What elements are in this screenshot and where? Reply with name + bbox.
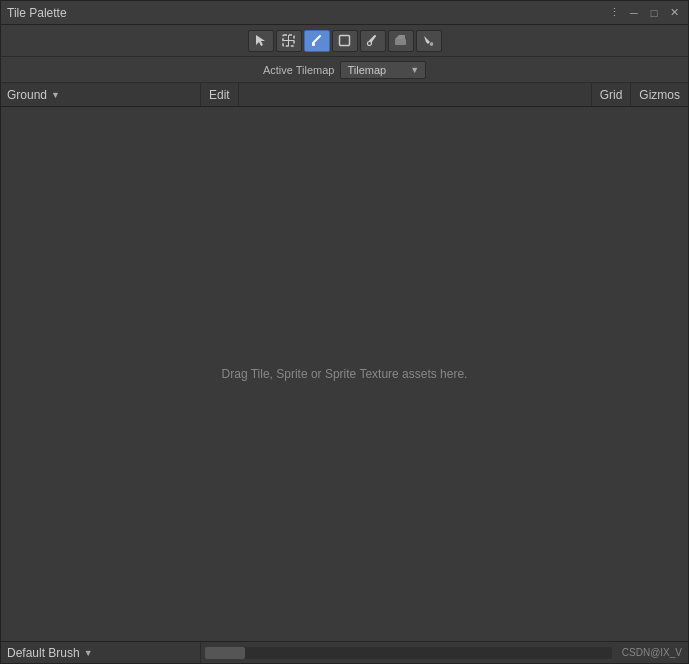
tilemap-value: Tilemap <box>347 64 386 76</box>
tilemap-select[interactable]: Tilemap ▼ <box>340 61 426 79</box>
menu-button[interactable]: ⋮ <box>606 5 622 21</box>
eraser-tool-button[interactable] <box>388 30 414 52</box>
ground-label: Ground <box>7 88 47 102</box>
ground-dropdown[interactable]: Ground ▼ <box>1 83 201 106</box>
drag-hint-text: Drag Tile, Sprite or Sprite Texture asse… <box>222 367 468 381</box>
active-tilemap-label: Active Tilemap <box>263 64 335 76</box>
brush-dropdown-arrow: ▼ <box>84 648 93 658</box>
title-bar: Tile Palette ⋮ ─ □ ✕ <box>1 1 688 25</box>
minimize-button[interactable]: ─ <box>626 5 642 21</box>
pointer-tool-button[interactable] <box>248 30 274 52</box>
canvas-area: Drag Tile, Sprite or Sprite Texture asse… <box>1 107 688 641</box>
close-button[interactable]: ✕ <box>666 5 682 21</box>
tile-palette-window: Tile Palette ⋮ ─ □ ✕ <box>0 0 689 664</box>
svg-rect-10 <box>395 39 406 45</box>
maximize-button[interactable]: □ <box>646 5 662 21</box>
svg-rect-6 <box>340 36 350 46</box>
grid-button[interactable]: Grid <box>591 83 631 106</box>
title-bar-controls: ⋮ ─ □ ✕ <box>606 5 682 21</box>
svg-marker-11 <box>395 35 405 39</box>
tilemap-dropdown-arrow: ▼ <box>410 65 419 75</box>
brush-dropdown[interactable]: Default Brush ▼ <box>1 642 201 663</box>
tool-toolbar <box>1 25 688 57</box>
title-bar-left: Tile Palette <box>7 6 67 20</box>
svg-rect-5 <box>312 43 315 46</box>
gizmos-button[interactable]: Gizmos <box>630 83 688 106</box>
edit-button[interactable]: Edit <box>201 83 239 106</box>
svg-marker-0 <box>256 35 265 46</box>
scrollbar-thumb <box>205 647 245 659</box>
active-tilemap-row: Active Tilemap Tilemap ▼ <box>1 57 688 83</box>
brush-label: Default Brush <box>7 646 80 660</box>
secondary-toolbar: Ground ▼ Edit Grid Gizmos <box>1 83 688 107</box>
bottom-scrollbar[interactable] <box>205 647 612 659</box>
svg-point-8 <box>368 42 372 46</box>
fill-tool-button[interactable] <box>416 30 442 52</box>
bottom-right-label: CSDN@IX_V <box>616 647 688 658</box>
brush-select-tool-button[interactable] <box>276 30 302 52</box>
paint-tool-button[interactable] <box>304 30 330 52</box>
svg-line-4 <box>313 36 320 43</box>
ground-dropdown-arrow: ▼ <box>51 90 60 100</box>
rect-select-tool-button[interactable] <box>332 30 358 52</box>
bottom-bar: Default Brush ▼ CSDN@IX_V <box>1 641 688 663</box>
window-title: Tile Palette <box>7 6 67 20</box>
eyedropper-tool-button[interactable] <box>360 30 386 52</box>
